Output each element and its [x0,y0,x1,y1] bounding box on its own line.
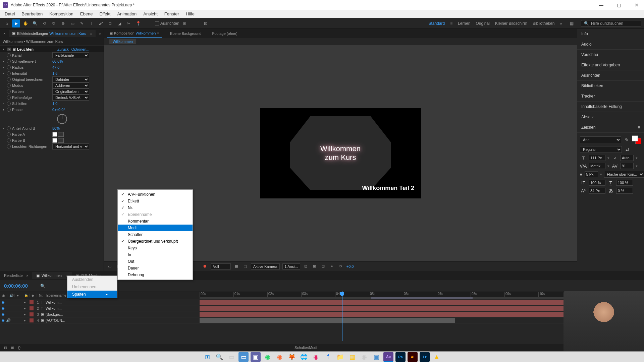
fill-over-select[interactable]: Fläche über Kon... [604,171,644,178]
tab-willkommen[interactable]: ▣Willkommen≡ [32,272,72,279]
panel-tracker[interactable]: Tracker [577,91,644,102]
stopwatch-icon[interactable] [7,65,11,69]
tab-layer[interactable]: Ebene Background [167,30,204,37]
stopwatch-icon[interactable] [7,59,11,63]
leading-input[interactable] [620,155,634,161]
switches-modes[interactable]: Schalter/Modi [294,346,317,350]
facebook-icon[interactable]: f [323,352,333,362]
submenu-item[interactable]: Kommentar [118,218,193,225]
tab-footage[interactable]: Footage (ohne) [209,30,240,37]
radius-value[interactable]: 47,0 [52,65,59,69]
footer-icon-3[interactable]: {} [18,346,20,350]
schleifen-value[interactable]: 1,0 [52,102,57,106]
workspace-small[interactable]: Kleiner Bildschirm [495,21,527,26]
eraser-tool[interactable]: ◢ [115,19,123,27]
kanal-select[interactable]: Farbkanäle [52,52,89,58]
kerning-input[interactable] [589,163,605,169]
workspace-learn[interactable]: Lernen [458,21,470,26]
col-lock[interactable]: 🔒 [22,294,30,297]
workspace-icon[interactable]: ▦ [568,19,576,27]
selection-tool[interactable]: ▶ [12,19,20,27]
richtungen-select[interactable]: Horizontal und vert [52,143,89,149]
reset-button[interactable]: Zurück [57,47,69,51]
stopwatch-icon[interactable] [7,89,11,94]
font-style-select[interactable]: Regular [580,146,622,153]
home-tool[interactable]: ⌂ [3,19,11,27]
intensitat-value[interactable]: 1,6 [52,71,57,75]
color-b-swatch[interactable] [52,138,57,143]
farben-select[interactable]: Originalfarben [52,88,89,95]
panel-info[interactable]: Info [577,29,644,39]
tracking-input[interactable] [620,163,634,169]
layer-name[interactable]: Willkom... [46,306,72,310]
submenu-item[interactable]: A/V-Funktionen [118,191,193,198]
tab-generic[interactable]: × [0,30,9,37]
submenu-item[interactable]: Out [118,258,193,265]
menu-view[interactable]: Ansicht [140,11,161,17]
panel-paragraph[interactable]: Absatz [577,112,644,122]
baseline-input[interactable] [589,188,605,194]
col-nr[interactable]: Nr. [37,294,44,297]
tab-effect-settings[interactable]: ▣ Effekteinstellungen Willkommen zum Kur… [9,30,96,37]
submenu-item[interactable]: Übergeordnet und verknüpft [118,238,193,245]
search-icon[interactable]: 🔍 [40,284,45,288]
start-button[interactable]: ⊞ [202,352,212,362]
resolution-select[interactable]: Voll [211,263,231,269]
obs-icon[interactable]: ◉ [359,352,369,362]
font-size-input[interactable] [589,155,605,161]
maximize-button[interactable]: ▢ [614,1,624,9]
panel-effects[interactable]: Effekte und Vorgaben [577,60,644,70]
panel-preview[interactable]: Vorschau [577,50,644,60]
stopwatch-icon[interactable] [7,102,11,106]
workspace-standard[interactable]: Standard [428,21,445,26]
align-checkbox[interactable] [155,21,159,25]
reihenfolge-select[interactable]: Dreieck A>B>A [52,95,89,101]
modus-select[interactable]: Addieren [52,82,89,88]
misc-icon[interactable]: ⊡ [202,19,210,27]
label-color[interactable] [30,318,34,322]
current-time[interactable]: 0:00:06:00 [0,283,40,289]
eyedropper-a[interactable] [58,132,64,137]
stopwatch-icon[interactable] [7,108,11,112]
audio-toggle[interactable]: 🔊 [6,318,12,322]
vscale-input[interactable] [589,180,605,186]
orbit-tool[interactable]: ⟲ [40,19,48,27]
close-button[interactable]: ✕ [632,1,641,9]
breadcrumb[interactable]: Willkommen [109,39,136,44]
panel-audio[interactable]: Audio [577,39,644,50]
layer-expand[interactable]: ▸ [24,313,28,316]
minimize-button[interactable]: — [596,1,606,9]
menu-composition[interactable]: Komposition [46,11,77,17]
after-effects-icon[interactable]: Ae [383,352,393,362]
help-search[interactable]: 🔍 Hilfe durchsuchen [581,20,641,27]
menu-window[interactable]: Fenster [161,11,182,17]
menu-effect[interactable]: Effekt [96,11,114,17]
stroke-input[interactable] [585,171,598,177]
tsume-input[interactable] [616,188,633,194]
stopwatch-icon[interactable] [7,77,11,81]
mask-icon[interactable]: ▢ [242,263,248,269]
layer-expand[interactable]: ▸ [24,301,28,304]
taskview-button[interactable]: ▭ [226,352,236,362]
submenu-item[interactable]: In [118,251,193,258]
brush-tool[interactable]: 🖌 [97,19,105,27]
snap-icon[interactable]: ⊞ [181,19,189,27]
label-color[interactable] [30,306,34,310]
text-tool[interactable]: T [87,19,95,27]
stamp-tool[interactable]: ⊡ [106,19,114,27]
options-button[interactable]: Optionen... [71,47,90,51]
effect-expand[interactable]: ▾ [3,48,7,51]
submenu-item[interactable]: Keys [118,245,193,251]
fx-badge[interactable]: fx [7,48,11,51]
transparency-icon[interactable]: ▦ [233,263,239,269]
schwellenwert-value[interactable]: 60,0% [52,59,63,63]
app-icon-3[interactable]: ▦ [347,352,357,362]
camera-select[interactable]: Aktive Kamera [251,263,280,269]
stopwatch-icon[interactable] [7,71,11,75]
visibility-toggle[interactable]: ◉ [0,300,6,304]
submenu-item[interactable]: Etikett [118,198,193,204]
menu-animation[interactable]: Animation [114,11,140,17]
anchor-tool[interactable]: ⊕ [59,19,67,27]
original-select[interactable]: Dahinter [52,76,89,82]
submenu-item[interactable]: Dauer [118,265,193,272]
